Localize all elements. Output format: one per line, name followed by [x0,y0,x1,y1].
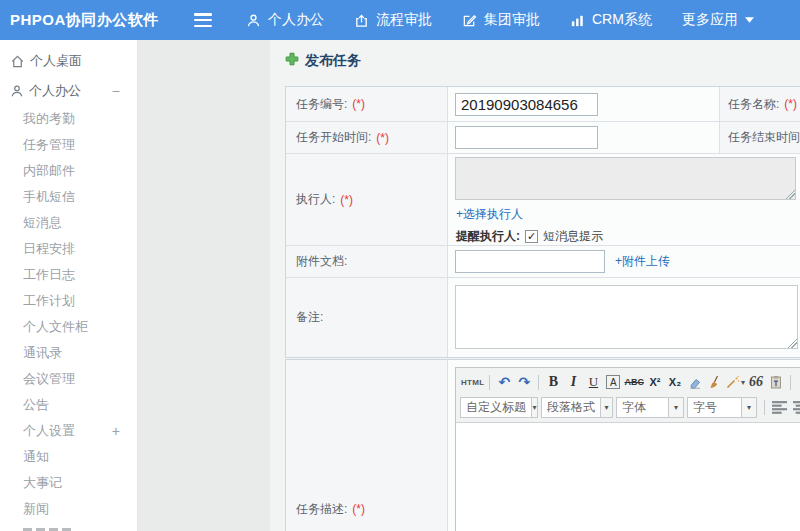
start-time-input[interactable] [455,126,598,149]
home-icon [10,54,25,69]
remark-label: 备注: [286,278,448,357]
font-style-button[interactable]: A [606,375,620,389]
blockquote-button[interactable]: 66 [746,372,766,392]
sidebar-item-sms[interactable]: 手机短信 [0,184,137,210]
workflow-icon [354,13,369,28]
editor-toolbar: HTML ↶ ↷ B I U A ABC X² X₂ ▾ [456,368,800,423]
user-icon [10,84,24,98]
sidebar-item-schedule[interactable]: 日程安排 [0,236,137,262]
sidebar-item-short-message[interactable]: 短消息 [0,210,137,236]
nav-group-approval[interactable]: 集团审批 [462,11,540,29]
sidebar-item-desktop[interactable]: 个人桌面 [0,46,137,76]
choose-executor-link[interactable]: +选择执行人 [456,206,523,223]
font-color-button[interactable]: A [795,372,800,392]
edit-icon [462,13,477,28]
nav-more-apps[interactable]: 更多应用 [682,11,754,29]
task-name-label: 任务名称:(*) [719,87,800,121]
bar-chart-icon [570,13,585,28]
expand-icon[interactable]: + [112,424,120,438]
chevron-down-icon: ▾ [741,378,745,387]
source-code-button[interactable]: HTML [460,372,485,392]
sms-remind-label: 短消息提示 [543,228,603,245]
sidebar-item-work-plan[interactable]: 工作计划 [0,288,137,314]
rich-text-editor: HTML ↶ ↷ B I U A ABC X² X₂ ▾ [455,367,800,531]
sidebar-item-notice[interactable]: 通知 [0,444,137,470]
paragraph-format-select[interactable]: 段落格式▾ [541,397,613,418]
magic-wand-icon[interactable]: ▾ [725,372,746,392]
attachment-upload-link[interactable]: +附件上传 [615,253,670,270]
format-brush-icon[interactable] [705,372,725,392]
subscript-button[interactable]: X₂ [665,372,685,392]
chevron-down-icon: ▾ [668,398,683,417]
sidebar-item-news[interactable]: 新闻 [0,496,137,522]
sidebar-item-personal-settings[interactable]: 个人设置 + [0,418,137,444]
underline-button[interactable]: U [583,372,603,392]
undo-icon[interactable]: ↶ [494,372,514,392]
chevron-down-icon: ▾ [600,398,612,417]
start-time-label: 任务开始时间:(*) [286,122,448,153]
editor-content-area[interactable] [456,423,800,531]
italic-button[interactable]: I [563,372,583,392]
strikethrough-button[interactable]: ABC [623,372,645,392]
superscript-button[interactable]: X² [645,372,665,392]
sidebar-item-work-log[interactable]: 工作日志 [0,262,137,288]
task-no-input[interactable] [455,93,598,116]
custom-title-select[interactable]: 自定义标题▾ [460,397,538,418]
attachment-input[interactable] [455,250,605,273]
topbar: PHPOA协同办公软件 个人办公 流程审批 集团审批 CRM系统 更多应用 [0,0,800,40]
menu-icon[interactable] [194,13,214,27]
paste-icon[interactable] [766,372,786,392]
add-icon [285,52,299,70]
sidebar-item-events[interactable]: 大事记 [0,470,137,496]
sidebar-item-task-management[interactable]: 任务管理 [0,132,137,158]
task-no-label: 任务编号:(*) [286,87,448,121]
nav-personal-office[interactable]: 个人办公 [246,11,324,29]
attachment-label: 附件文档: [286,246,448,277]
sidebar-item-meeting[interactable]: 会议管理 [0,366,137,392]
page-title: 发布任务 [285,52,361,70]
sidebar-item-internal-mail[interactable]: 内部邮件 [0,158,137,184]
sms-remind-checkbox[interactable]: ✓ [525,230,538,243]
eraser-icon[interactable] [685,372,705,392]
top-navigation: 个人办公 流程审批 集团审批 CRM系统 更多应用 [246,11,754,29]
app-logo: PHPOA协同办公软件 [10,11,182,30]
executor-textarea[interactable] [455,157,796,200]
sidebar: 个人桌面 个人办公 − 我的考勤 任务管理 内部邮件 手机短信 短消息 日程安排… [0,40,138,531]
sidebar-item-address-book[interactable]: 通讯录 [0,340,137,366]
collapse-icon[interactable]: − [112,84,120,98]
nav-crm-system[interactable]: CRM系统 [570,11,652,29]
chevron-down-icon: ▾ [741,398,756,417]
sidebar-item-announcement[interactable]: 公告 [0,392,137,418]
end-time-label: 任务结束时间:(*) [719,122,800,153]
sidebar-item-file-cabinet[interactable]: 个人文件柜 [0,314,137,340]
nav-workflow-approval[interactable]: 流程审批 [354,11,432,29]
font-size-select[interactable]: 字号▾ [687,397,757,418]
chevron-down-icon: ▾ [531,398,537,417]
align-left-icon[interactable] [772,401,787,414]
sidebar-item-personal-office[interactable]: 个人办公 − [0,76,137,106]
bold-button[interactable]: B [543,372,563,392]
redo-icon[interactable]: ↷ [514,372,534,392]
description-label: 任务描述:(*) [286,360,448,531]
align-center-icon[interactable] [793,401,800,414]
executor-label: 执行人:(*) [286,154,448,245]
remark-textarea[interactable] [455,285,798,349]
user-icon [246,13,261,28]
sidebar-item-attendance[interactable]: 我的考勤 [0,106,137,132]
task-description-table: 任务描述:(*) HTML ↶ ↷ B I U A ABC X² [285,359,800,531]
chevron-down-icon [745,17,754,23]
task-form-table: 任务编号:(*) 任务名称:(*) 任务开始时间:(*) 任务结束时间:(*) … [285,86,800,358]
font-family-select[interactable]: 字体▾ [616,397,684,418]
remind-executor-label: 提醒执行人: [456,228,520,245]
